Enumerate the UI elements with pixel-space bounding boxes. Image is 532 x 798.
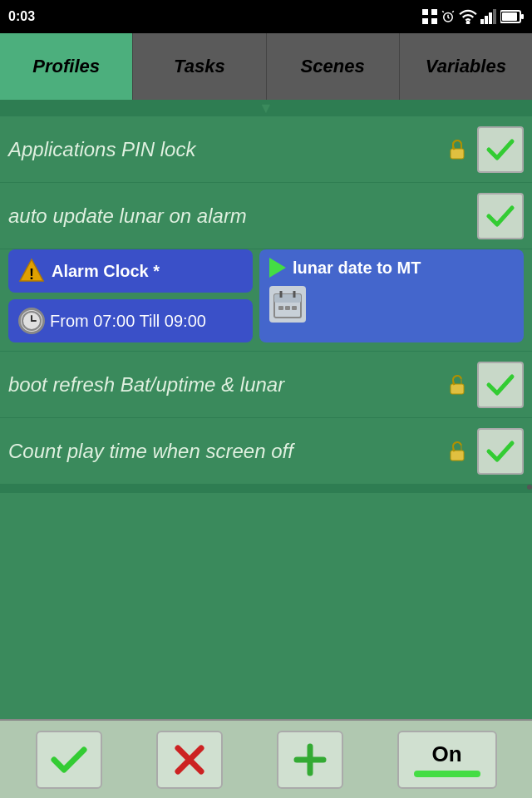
profile-icons	[442, 126, 524, 173]
profile-header[interactable]: auto update lunar on alarm	[0, 183, 532, 249]
grid-icon	[422, 9, 437, 24]
bottom-toolbar: On	[0, 719, 532, 798]
clock-icon	[18, 308, 45, 334]
svg-rect-25	[292, 306, 297, 310]
task-card[interactable]: lunar date to MT	[259, 249, 524, 342]
svg-rect-0	[422, 9, 428, 15]
trigger-card-header: ! Alarm Clock *	[18, 258, 243, 284]
confirm-button[interactable]	[36, 731, 102, 789]
warning-icon: !	[18, 258, 45, 284]
status-icons	[422, 9, 524, 24]
battery-icon	[500, 10, 524, 23]
svg-rect-8	[489, 12, 492, 24]
svg-rect-7	[485, 16, 488, 24]
svg-rect-27	[451, 451, 464, 461]
profile-list: Applications PIN lock auto update lunar …	[0, 100, 532, 719]
svg-rect-3	[431, 18, 437, 24]
svg-rect-20	[274, 294, 301, 303]
profile-cards: ! Alarm Clock *	[0, 249, 532, 351]
scrollbar	[527, 485, 532, 490]
lock-icon	[442, 135, 472, 165]
svg-rect-13	[451, 149, 464, 159]
time-label: From 07:00 Till 09:00	[50, 312, 206, 331]
task-header: lunar date to MT	[269, 258, 514, 278]
profile-check-btn[interactable]	[477, 193, 524, 239]
tab-scenes[interactable]: Scenes	[267, 33, 400, 100]
add-button[interactable]	[277, 731, 343, 789]
trigger-body: From 07:00 Till 09:00	[18, 308, 243, 334]
svg-rect-9	[493, 9, 496, 24]
profile-check-btn[interactable]	[477, 126, 524, 173]
profile-row[interactable]: Count play time when screen off	[0, 418, 532, 485]
signal-icon	[480, 9, 497, 24]
profile-icons	[442, 428, 524, 475]
svg-rect-24	[285, 306, 290, 310]
tab-bar: Profiles Tasks Scenes Variables	[0, 33, 532, 100]
task-label: lunar date to MT	[293, 259, 421, 278]
lock-icon	[442, 370, 472, 400]
lock-icon	[442, 436, 472, 466]
on-label: On	[431, 741, 461, 767]
wifi-icon	[459, 9, 477, 24]
alarm-trigger-card[interactable]: ! Alarm Clock *	[8, 249, 253, 293]
profile-title: auto update lunar on alarm	[8, 204, 477, 228]
svg-rect-11	[521, 14, 524, 19]
trigger-label: Alarm Clock *	[52, 262, 160, 281]
profile-title: Count play time when screen off	[8, 440, 442, 463]
profile-row[interactable]: boot refresh Bat/uptime & lunar	[0, 352, 532, 418]
time-display: 0:03	[8, 9, 35, 24]
profile-row-expanded[interactable]: auto update lunar on alarm	[0, 183, 532, 352]
profile-icons	[477, 193, 524, 239]
status-bar: 0:03	[0, 0, 532, 33]
svg-rect-12	[502, 12, 517, 21]
profile-title: Applications PIN lock	[8, 138, 442, 161]
svg-rect-26	[451, 384, 464, 394]
play-icon	[269, 258, 286, 278]
svg-point-5	[467, 22, 470, 24]
profile-title: boot refresh Bat/uptime & lunar	[8, 373, 442, 397]
tab-variables[interactable]: Variables	[400, 33, 532, 100]
divider-arrow	[0, 100, 532, 116]
tab-profiles[interactable]: Profiles	[0, 33, 133, 100]
profile-row[interactable]: Applications PIN lock	[0, 116, 532, 183]
on-indicator	[414, 771, 480, 777]
time-trigger-card[interactable]: From 07:00 Till 09:00	[8, 299, 253, 342]
calendar-icon-box	[269, 286, 306, 323]
cancel-button[interactable]	[156, 731, 223, 789]
profile-check-btn[interactable]	[477, 428, 524, 475]
alarm-icon	[441, 9, 456, 24]
svg-rect-1	[431, 9, 437, 15]
tab-tasks[interactable]: Tasks	[133, 33, 266, 100]
calendar-icon	[273, 289, 303, 319]
svg-rect-6	[480, 19, 484, 24]
svg-text:!: !	[29, 266, 34, 283]
scroll-area	[0, 485, 532, 493]
profile-icons	[442, 362, 524, 408]
on-button[interactable]: On	[397, 731, 497, 789]
profile-check-btn[interactable]	[477, 362, 524, 408]
svg-rect-2	[422, 18, 428, 24]
svg-rect-23	[278, 306, 283, 310]
